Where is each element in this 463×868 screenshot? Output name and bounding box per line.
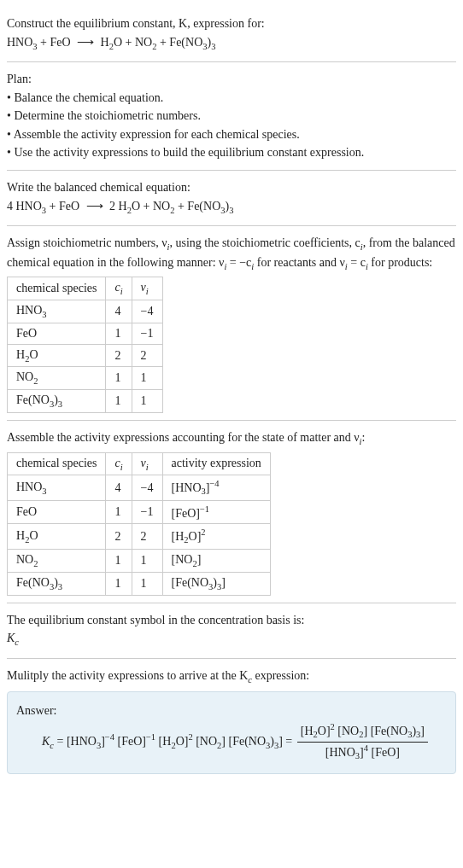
reactant-hno3: HNO3 — [7, 36, 38, 49]
cell-ci: 1 — [106, 367, 132, 390]
cell-activity: [FeO]−1 — [162, 500, 270, 524]
cell-species: Fe(NO3)3 — [8, 390, 106, 413]
cell-species: Fe(NO3)3 — [8, 572, 106, 595]
cell-species: FeO — [8, 500, 106, 524]
cell-species: HNO3 — [8, 300, 106, 323]
col-activity: activity expression — [162, 452, 270, 475]
table-row: Fe(NO3)3 1 1 [Fe(NO3)3] — [8, 572, 271, 595]
plan-b3: • Assemble the activity expression for e… — [7, 126, 456, 143]
cell-species: H2O — [8, 524, 106, 549]
intro-line1: Construct the equilibrium constant, K, e… — [7, 15, 456, 32]
cell-ci: 4 — [106, 300, 132, 323]
bal-h2o: 2 H — [107, 200, 127, 213]
cell-vi: −1 — [132, 500, 162, 524]
cell-ci: 2 — [106, 344, 132, 367]
plan-b1: • Balance the chemical equation. — [7, 90, 456, 107]
col-vi: νi — [132, 277, 162, 300]
cell-vi: −1 — [132, 323, 162, 344]
cell-vi: 1 — [132, 390, 162, 413]
activity-table: chemical species ci νi activity expressi… — [7, 452, 271, 596]
cell-activity: [HNO3]−4 — [162, 475, 270, 500]
cell-vi: 1 — [132, 367, 162, 390]
cell-activity: [H2O]2 — [162, 524, 270, 549]
table-row: H2O 2 2 — [8, 344, 163, 367]
final-heading: Mulitply the activity expressions to arr… — [7, 667, 456, 686]
bal-feo: + FeO — [46, 200, 83, 213]
plan-b2: • Determine the stoichiometric numbers. — [7, 108, 456, 125]
balanced-section: Write the balanced chemical equation: 4 … — [7, 171, 456, 226]
cell-ci: 2 — [106, 524, 132, 549]
cell-vi: −4 — [132, 475, 162, 500]
cell-activity: [NO2] — [162, 549, 270, 572]
kc-expression: Kc = [HNO3]−4 [FeO]−1 [H2O]2 [NO2] [Fe(N… — [42, 721, 447, 763]
balanced-equation: 4 HNO3 + FeO ⟶ 2 H2O + NO2 + Fe(NO3)3 — [7, 198, 456, 217]
cell-species: H2O — [8, 344, 106, 367]
bal-feno33: + Fe(NO — [174, 200, 220, 213]
symbol-line: The equilibrium constant symbol in the c… — [7, 612, 456, 629]
reactant-plus-feo: + FeO — [38, 36, 74, 49]
cell-species: HNO3 — [8, 475, 106, 500]
cell-ci: 1 — [106, 500, 132, 524]
stoich-section: Assign stoichiometric numbers, νi, using… — [7, 226, 456, 421]
intro-reaction: HNO3 + FeO ⟶ H2O + NO2 + Fe(NO3)3 — [7, 34, 456, 53]
table-row: FeO 1 −1 — [8, 323, 163, 344]
symbol-section: The equilibrium constant symbol in the c… — [7, 603, 456, 659]
cell-ci: 1 — [106, 572, 132, 595]
plan-section: Plan: • Balance the chemical equation. •… — [7, 62, 456, 171]
cell-species: NO2 — [8, 549, 106, 572]
col-vi: νi — [132, 452, 162, 475]
bal-no2: O + NO — [132, 200, 170, 213]
col-ci: ci — [106, 452, 132, 475]
fraction-numerator: [H2O]2 [NO2] [Fe(NO3)3] — [297, 721, 428, 743]
cell-ci: 4 — [106, 475, 132, 500]
table-row: Fe(NO3)3 1 1 — [8, 390, 163, 413]
cell-activity: [Fe(NO3)3] — [162, 572, 270, 595]
activity-section: Assemble the activity expressions accoun… — [7, 421, 456, 603]
cell-vi: 2 — [132, 344, 162, 367]
cell-ci: 1 — [106, 549, 132, 572]
cell-ci: 1 — [106, 323, 132, 344]
bal-hno3: 4 HNO — [7, 200, 42, 213]
balanced-heading: Write the balanced chemical equation: — [7, 179, 456, 196]
table-row: HNO3 4 −4 [HNO3]−4 — [8, 475, 271, 500]
plan-heading: Plan: — [7, 71, 456, 88]
cell-ci: 1 — [106, 390, 132, 413]
product-h2o: H2O + NO2 + Fe(NO3)3 — [97, 36, 215, 49]
table-row: NO2 1 1 — [8, 367, 163, 390]
plan-b4: • Use the activity expressions to build … — [7, 144, 456, 161]
answer-block: Answer: Kc = [HNO3]−4 [FeO]−1 [H2O]2 [NO… — [7, 691, 456, 774]
col-species: chemical species — [8, 452, 106, 475]
table-row: FeO 1 −1 [FeO]−1 — [8, 500, 271, 524]
table-row: HNO3 4 −4 — [8, 300, 163, 323]
table-row: NO2 1 1 [NO2] — [8, 549, 271, 572]
intro-section: Construct the equilibrium constant, K, e… — [7, 7, 456, 62]
activity-heading: Assemble the activity expressions accoun… — [7, 429, 456, 448]
arrow-icon: ⟶ — [83, 200, 107, 213]
symbol-kc: Kc — [7, 630, 456, 649]
table-row: H2O 2 2 [H2O]2 — [8, 524, 271, 549]
cell-species: NO2 — [8, 367, 106, 390]
cell-vi: 2 — [132, 524, 162, 549]
final-section: Mulitply the activity expressions to arr… — [7, 659, 456, 781]
col-ci: ci — [106, 277, 132, 300]
answer-label: Answer: — [16, 702, 447, 719]
col-species: chemical species — [8, 277, 106, 300]
table-header-row: chemical species ci νi activity expressi… — [8, 452, 271, 475]
arrow-icon: ⟶ — [73, 36, 97, 49]
cell-vi: 1 — [132, 572, 162, 595]
cell-vi: −4 — [132, 300, 162, 323]
stoich-text: Assign stoichiometric numbers, νi, using… — [7, 235, 456, 273]
cell-vi: 1 — [132, 549, 162, 572]
table-header-row: chemical species ci νi — [8, 277, 163, 300]
fraction: [H2O]2 [NO2] [Fe(NO3)3] [HNO3]4 [FeO] — [297, 721, 428, 763]
fraction-denominator: [HNO3]4 [FeO] — [297, 743, 428, 763]
stoich-table: chemical species ci νi HNO3 4 −4 FeO 1 −… — [7, 277, 163, 413]
cell-species: FeO — [8, 323, 106, 344]
